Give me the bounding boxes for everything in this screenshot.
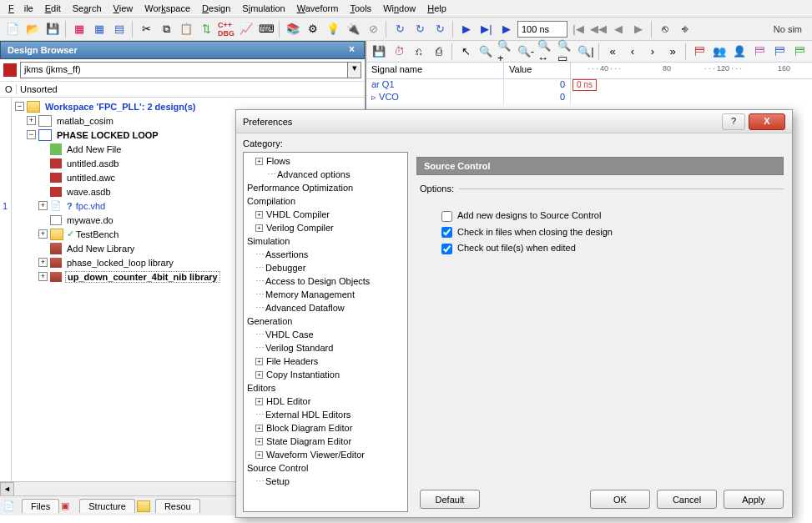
category-item[interactable]: Compilation	[244, 194, 407, 208]
tab-files[interactable]: Files	[22, 499, 59, 513]
prev-icon[interactable]: ◀	[609, 20, 628, 38]
category-item[interactable]: +HDL Editor	[244, 395, 407, 408]
category-item[interactable]: ⋯VHDL Case	[244, 328, 407, 341]
menu-file[interactable]: File	[3, 2, 38, 15]
play2-icon[interactable]: ▶	[497, 20, 516, 38]
books-icon[interactable]: 📚	[284, 20, 302, 38]
col-value[interactable]: Value	[504, 63, 571, 78]
category-item[interactable]: ⋯Debugger	[244, 261, 407, 274]
category-item[interactable]: ⋯Advanced options	[244, 168, 407, 181]
tree-testbench[interactable]: TestBench	[74, 229, 120, 239]
scroll-left-icon[interactable]: ◄	[0, 482, 14, 496]
scope-icon[interactable]: 🔌	[344, 20, 362, 38]
tree-item[interactable]: mywave.do	[65, 215, 115, 225]
marker3-icon[interactable]: 👤	[730, 43, 749, 61]
menu-view[interactable]: View	[108, 2, 139, 15]
menu-waveform[interactable]: Waveform	[292, 2, 344, 15]
tree-add-library[interactable]: Add New Library	[65, 244, 136, 254]
category-item[interactable]: +VHDL Compiler	[244, 208, 407, 221]
wave-row[interactable]: ar Q1 0 0 ns	[366, 79, 812, 92]
expand-icon[interactable]: +	[255, 398, 263, 405]
new-icon[interactable]: 📄	[3, 20, 22, 38]
grid-icon[interactable]: ▦	[70, 20, 88, 38]
cut-icon[interactable]: ✂	[137, 20, 155, 38]
zoom-cur-icon[interactable]: 🔍|	[577, 43, 595, 61]
panel-close-icon[interactable]: ×	[349, 43, 361, 55]
category-item[interactable]: +Copy Instantiation	[244, 368, 407, 381]
tree-add-file[interactable]: Add New File	[65, 144, 123, 154]
rewind-icon[interactable]: ◀◀	[589, 20, 608, 38]
tree-item-pll[interactable]: PHASE LOCKED LOOP	[55, 130, 160, 140]
expand-icon[interactable]: +	[255, 371, 263, 379]
tree-item-fpc[interactable]: fpc.vhd	[74, 201, 107, 211]
tree-item[interactable]: wave.asdb	[65, 187, 113, 197]
tree-item[interactable]: untitled.asdb	[65, 158, 120, 168]
option-checkbox[interactable]	[441, 227, 452, 238]
save-icon[interactable]: 💾	[43, 20, 62, 38]
default-button[interactable]: Default	[420, 490, 480, 509]
expand-icon[interactable]: −	[27, 130, 36, 139]
menu-edit[interactable]: Edit	[40, 2, 66, 15]
category-item[interactable]: +Block Diagram Editor	[244, 421, 407, 435]
link-icon[interactable]: ⇅	[197, 20, 215, 38]
tree-lib-pll[interactable]: phase_locked_loop library	[65, 258, 175, 268]
category-item[interactable]: ⋯Memory Management	[244, 288, 407, 301]
play-icon[interactable]: ▶	[457, 20, 476, 38]
tab-resources[interactable]: Resou	[155, 499, 200, 513]
expand-icon[interactable]: +	[38, 258, 48, 267]
tree-lib-counter[interactable]: up_down_counter_4bit_nib library	[65, 271, 220, 283]
close-button[interactable]: X	[749, 113, 785, 130]
category-item[interactable]: +Flows	[244, 154, 407, 168]
category-item[interactable]: +State Diagram Editor	[244, 435, 407, 448]
dbg-icon[interactable]: C++DBG	[217, 20, 235, 38]
cursor-badge[interactable]: 0 ns	[572, 79, 597, 91]
copy-icon[interactable]: ⧉	[157, 20, 175, 38]
build-icon[interactable]: ⌨	[257, 20, 275, 38]
cancel-button[interactable]: Cancel	[657, 490, 717, 509]
expand-icon[interactable]: +	[38, 229, 48, 239]
expand-icon[interactable]: +	[255, 438, 263, 445]
zoom-icon[interactable]: 🔍	[477, 43, 495, 61]
nav-next-icon[interactable]: ›	[643, 43, 662, 61]
menu-workspace[interactable]: Workspace	[139, 2, 195, 15]
zoom-in-icon[interactable]: 🔍+	[497, 43, 515, 61]
table-icon[interactable]: ▤	[110, 20, 129, 38]
expand-icon[interactable]: +	[255, 158, 263, 165]
open-icon[interactable]: 📂	[23, 20, 42, 38]
sort-header[interactable]: OUnsorted	[0, 82, 365, 98]
tool-a-icon[interactable]: ⎋	[656, 20, 674, 38]
marker5-icon[interactable]: ⛿	[770, 43, 789, 61]
stop-icon[interactable]: ⊘	[364, 20, 382, 38]
menu-help[interactable]: Help	[422, 2, 451, 15]
zoom-sel-icon[interactable]: 🔍▭	[557, 43, 575, 61]
category-item[interactable]: Generation	[244, 314, 407, 328]
tool-b-icon[interactable]: ⎆	[676, 20, 694, 38]
marker2-icon[interactable]: 👥	[710, 43, 729, 61]
wtool1-icon[interactable]: ⎌	[410, 43, 428, 61]
menu-tools[interactable]: Tools	[345, 2, 376, 15]
nav-last-icon[interactable]: »	[663, 43, 682, 61]
refresh2-icon[interactable]: ↻	[411, 20, 429, 38]
nav-prev-icon[interactable]: ‹	[623, 43, 642, 61]
apply-button[interactable]: Apply	[724, 490, 784, 509]
marker4-icon[interactable]: ⛿	[750, 43, 769, 61]
design-combo-dropdown-icon[interactable]: ▾	[348, 62, 361, 78]
category-item[interactable]: Editors	[244, 381, 407, 395]
category-item[interactable]: ⋯External HDL Editors	[244, 408, 407, 421]
wave-row[interactable]: ▹ VCO 0	[366, 92, 812, 104]
menu-window[interactable]: Window	[378, 2, 421, 15]
expand-icon[interactable]: +	[255, 224, 263, 232]
expand-icon[interactable]: +	[38, 272, 48, 281]
option-checkbox[interactable]	[441, 211, 452, 222]
category-item[interactable]: Source Control	[244, 461, 407, 475]
step-back-icon[interactable]: |◀	[569, 20, 588, 38]
tab-structure[interactable]: Structure	[79, 499, 135, 513]
step-end-icon[interactable]: ▶|	[477, 20, 496, 38]
design-combo[interactable]: jkms (jkms_ff)	[20, 62, 348, 78]
category-item[interactable]: +Verilog Compiler	[244, 221, 407, 234]
ok-button[interactable]: OK	[590, 490, 650, 509]
cursor-icon[interactable]: ↖	[456, 43, 475, 61]
workspace-node[interactable]: Workspace 'FPC_PLL': 2 design(s)	[43, 102, 197, 112]
category-item[interactable]: Performance Optimization	[244, 181, 407, 194]
wclock-icon[interactable]: ⏱	[390, 43, 408, 61]
